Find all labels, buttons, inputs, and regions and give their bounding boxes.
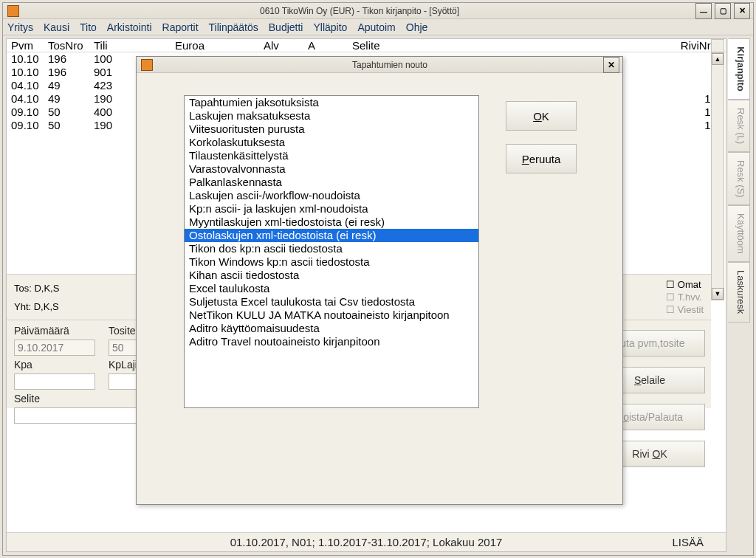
modal-body: Tapahtumien jaksotuksistaLaskujen maksat… <box>137 73 622 504</box>
col-tili: Tili <box>94 39 175 52</box>
list-item[interactable]: Ostolaskujen xml-tiedostoista (ei resk) <box>185 229 478 242</box>
menu-aputoim[interactable]: Aputoim <box>357 21 395 33</box>
app-icon <box>7 5 19 17</box>
menu-arkistointi[interactable]: Arkistointi <box>107 21 152 33</box>
check-thvv[interactable]: T.hvv. <box>666 292 704 303</box>
col-a: A <box>308 39 352 52</box>
list-item[interactable]: Kihan ascii tiedostosta <box>185 269 478 282</box>
titlebar: 0610 TikoWin Oy (EUR) - Tikon kirjanpito… <box>3 3 753 19</box>
tab-laskuresk[interactable]: Laskuresk <box>728 262 750 322</box>
menu-ohje[interactable]: Ohje <box>406 21 428 33</box>
window-minimize-button[interactable] <box>695 3 712 19</box>
modal-buttons: OK Peruuta <box>506 101 577 173</box>
check-viestit[interactable]: Viestit <box>666 304 704 315</box>
list-item[interactable]: Korkolaskutuksesta <box>185 136 478 149</box>
col-alv: Alv <box>264 39 308 52</box>
list-item[interactable]: Palkanlaskennasta <box>185 176 478 189</box>
list-item[interactable]: Myyntilaskujen xml-tiedostoista (ei resk… <box>185 216 478 229</box>
tab-resk-s[interactable]: Resk (S) <box>728 152 750 206</box>
col-selite: Selite <box>352 39 670 52</box>
modal-ok-button[interactable]: OK <box>506 101 577 131</box>
modal-close-button[interactable]: ✕ <box>603 57 619 73</box>
list-item[interactable]: Aditro käyttöomaisuudesta <box>185 322 478 335</box>
tos-label: Tos: D,K,S <box>14 283 88 294</box>
list-item[interactable]: Tikon dos kp:n ascii tiedostosta <box>185 242 478 255</box>
list-item[interactable]: Excel taulukosta <box>185 282 478 295</box>
list-item[interactable]: Laskujen maksatuksesta <box>185 109 478 123</box>
modal-titlebar: Tapahtumien nouto ✕ <box>137 57 622 73</box>
status-mode: LISÄÄ <box>672 536 704 548</box>
list-item[interactable]: NetTikon KULU JA MATKA noutoaineisto kir… <box>185 309 478 322</box>
tab-kirjanpito[interactable]: Kirjanpito <box>728 38 750 100</box>
check-omat[interactable]: Omat <box>666 279 704 290</box>
window-close-button[interactable] <box>734 3 750 19</box>
modal-listbox[interactable]: Tapahtumien jaksotuksistaLaskujen maksat… <box>184 95 479 408</box>
list-item[interactable]: Laskujen ascii-/workflow-noudoista <box>185 189 478 202</box>
list-item[interactable]: Kp:n ascii- ja laskujen xml-noudoista <box>185 202 478 216</box>
lbl-kpa: Kpa <box>14 359 95 371</box>
menu-tito[interactable]: Tito <box>80 21 97 33</box>
check-column: Omat T.hvv. Viestit <box>666 279 704 315</box>
window-title: 0610 TikoWin Oy (EUR) - Tikon kirjanpito… <box>24 6 695 16</box>
col-euroa: Euroa <box>175 39 264 52</box>
statusbar: 01.10.2017, N01; 1.10.2017-31.10.2017; L… <box>7 532 726 551</box>
list-item[interactable]: Aditro Travel noutoaineisto kirjanpitoon <box>185 335 478 348</box>
list-item[interactable]: Suljetusta Excel taulukosta tai Csv tied… <box>185 295 478 309</box>
window-maximize-button[interactable] <box>715 3 731 19</box>
tab-kayttoom[interactable]: Käyttöom <box>728 205 750 262</box>
modal-title: Tapahtumien nouto <box>157 60 622 70</box>
status-range: 01.10.2017, N01; 1.10.2017-31.10.2017; L… <box>230 536 503 548</box>
input-kpa[interactable] <box>14 373 95 390</box>
side-tabs: Kirjanpito Resk (L) Resk (S) Käyttöom La… <box>728 38 750 552</box>
col-tosnro: TosNro <box>48 39 94 52</box>
list-item[interactable]: Tapahtumien jaksotuksista <box>185 96 478 109</box>
menu-budjetti[interactable]: Budjetti <box>269 21 303 33</box>
modal-cancel-button[interactable]: Peruuta <box>506 144 577 173</box>
grid-scrollbar[interactable]: ▲ ▼ <box>711 52 724 300</box>
list-item[interactable]: Viitesuoritusten purusta <box>185 123 478 136</box>
input-paivamaara[interactable] <box>14 340 95 356</box>
scroll-down-icon[interactable]: ▼ <box>712 288 724 300</box>
tab-resk-l[interactable]: Resk (L) <box>728 100 750 152</box>
menu-kausi[interactable]: Kausi <box>44 21 69 33</box>
menu-raportit[interactable]: Raportit <box>162 21 199 33</box>
menu-yritys[interactable]: Yritys <box>7 21 33 33</box>
menu-yllapito[interactable]: Ylläpito <box>313 21 347 33</box>
window-buttons <box>695 3 750 19</box>
grid-header: Pvm TosNro Tili Euroa Alv A Selite RiviN… <box>7 39 726 52</box>
modal-tapahtumien-nouto: Tapahtumien nouto ✕ Tapahtumien jaksotuk… <box>136 56 623 505</box>
menu-tilinpaatos[interactable]: Tilinpäätös <box>209 21 258 33</box>
lbl-paivamaara: Päivämäärä <box>14 325 95 337</box>
col-pvm: Pvm <box>11 39 48 52</box>
scroll-up-icon[interactable]: ▲ <box>712 53 724 65</box>
grid-corner <box>711 39 724 52</box>
menubar: Yritys Kausi Tito Arkistointi Raportit T… <box>3 19 753 35</box>
yht-label: Yht: D,K,S <box>14 301 88 312</box>
list-item[interactable]: Varastovalvonnasta <box>185 162 478 176</box>
list-item[interactable]: Tilaustenkäsittelystä <box>185 149 478 162</box>
modal-icon <box>141 59 153 71</box>
list-item[interactable]: Tikon Windows kp:n ascii tiedostosta <box>185 255 478 269</box>
